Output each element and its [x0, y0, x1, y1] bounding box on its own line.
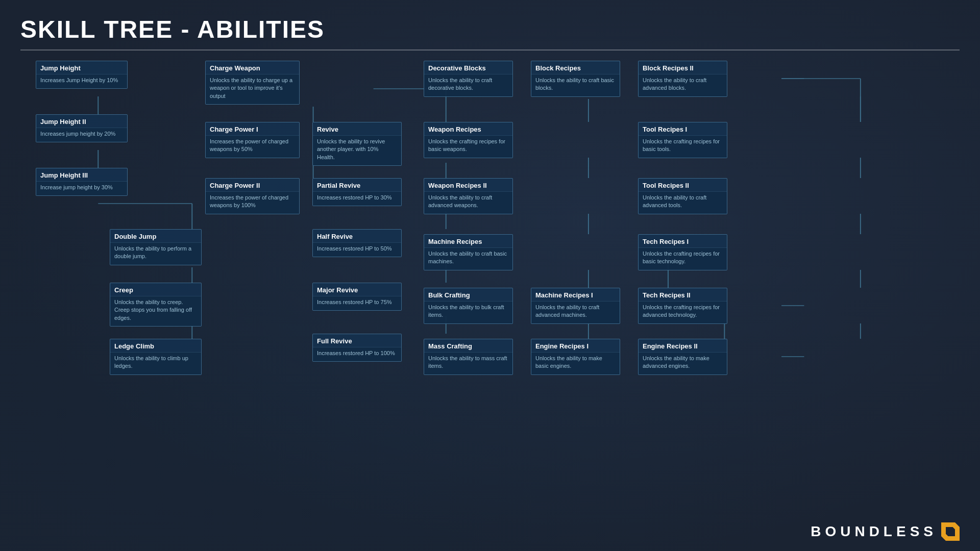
node-full-revive-title: Full Revive	[313, 334, 401, 347]
node-charge-weapon: Charge Weapon Unlocks the ability to cha…	[205, 61, 300, 105]
node-bulk-crafting-desc: Unlocks the ability to bulk craft items.	[424, 301, 512, 323]
node-tool-recipes-1-title: Tool Recipes I	[639, 122, 727, 135]
node-engine-recipes-1-desc: Unlocks the ability to make basic engine…	[531, 352, 620, 374]
node-creep-title: Creep	[110, 283, 201, 296]
node-creep: Creep Unlocks the ability to creep. Cree…	[110, 283, 202, 327]
node-weapon-recipes-desc: Unlocks the crafting recipes for basic w…	[424, 135, 512, 158]
node-charge-power-1: Charge Power I Increases the power of ch…	[205, 122, 300, 158]
brand-icon	[941, 522, 960, 541]
node-creep-desc: Unlocks the ability to creep. Creep stop…	[110, 296, 201, 326]
node-jump-height-3: Jump Height III Increase jump height by …	[36, 168, 128, 196]
skill-tree-area: Jump Height Increases Jump Height by 10%…	[20, 61, 960, 510]
node-block-recipes-2-title: Block Recipes II	[639, 61, 727, 74]
node-weapon-recipes-2-desc: Unlocks the ability to craft advanced we…	[424, 191, 512, 214]
node-tool-recipes-2: Tool Recipes II Unlocks the ability to c…	[638, 178, 727, 214]
node-jump-height-2-desc: Increases jump height by 20%	[36, 128, 127, 142]
node-partial-revive: Partial Revive Increases restored HP to …	[312, 178, 402, 206]
node-mass-crafting: Mass Crafting Unlocks the ability to mas…	[424, 339, 513, 375]
node-bulk-crafting-title: Bulk Crafting	[424, 288, 512, 301]
node-revive-title: Revive	[313, 122, 401, 135]
node-block-recipes-desc: Unlocks the ability to craft basic block…	[531, 74, 620, 96]
node-decorative-blocks-desc: Unlocks the ability to craft decorative …	[424, 74, 512, 96]
node-jump-height-2: Jump Height II Increases jump height by …	[36, 114, 128, 142]
node-revive: Revive Unlocks the ability to revive ano…	[312, 122, 402, 166]
node-half-revive: Half Revive Increases restored HP to 50%	[312, 229, 402, 257]
node-block-recipes: Block Recipes Unlocks the ability to cra…	[531, 61, 620, 97]
node-tool-recipes-1-desc: Unlocks the crafting recipes for basic t…	[639, 135, 727, 158]
node-charge-power-1-title: Charge Power I	[206, 122, 299, 135]
node-decorative-blocks-title: Decorative Blocks	[424, 61, 512, 74]
node-machine-recipes-desc: Unlocks the ability to craft basic machi…	[424, 247, 512, 270]
node-weapon-recipes-2-title: Weapon Recipes II	[424, 179, 512, 191]
brand-name: BOUNDLESS	[811, 523, 937, 540]
node-engine-recipes-2: Engine Recipes II Unlocks the ability to…	[638, 339, 727, 375]
node-full-revive: Full Revive Increases restored HP to 100…	[312, 334, 402, 362]
node-ledge-climb-title: Ledge Climb	[110, 339, 201, 352]
node-mass-crafting-title: Mass Crafting	[424, 339, 512, 352]
node-tech-recipes-2: Tech Recipes II Unlocks the crafting rec…	[638, 288, 727, 324]
node-double-jump: Double Jump Unlocks the ability to perfo…	[110, 229, 202, 265]
node-major-revive-title: Major Revive	[313, 283, 401, 296]
node-tech-recipes-1-title: Tech Recipes I	[639, 235, 727, 247]
node-block-recipes-2: Block Recipes II Unlocks the ability to …	[638, 61, 727, 97]
node-bulk-crafting: Bulk Crafting Unlocks the ability to bul…	[424, 288, 513, 324]
node-revive-desc: Unlocks the ability to revive another pl…	[313, 135, 401, 165]
node-engine-recipes-2-desc: Unlocks the ability to make advanced eng…	[639, 352, 727, 374]
node-ledge-climb-desc: Unlocks the ability to climb up ledges.	[110, 352, 201, 374]
brand-icon-inner	[946, 527, 955, 536]
node-machine-recipes-1: Machine Recipes I Unlocks the ability to…	[531, 288, 620, 324]
node-tool-recipes-1: Tool Recipes I Unlocks the crafting reci…	[638, 122, 727, 158]
node-tool-recipes-2-desc: Unlocks the ability to craft advanced to…	[639, 191, 727, 214]
node-partial-revive-desc: Increases restored HP to 30%	[313, 191, 401, 206]
brand-logo: BOUNDLESS	[811, 522, 960, 541]
node-block-recipes-title: Block Recipes	[531, 61, 620, 74]
node-charge-power-2-desc: Increases the power of charged weapons b…	[206, 191, 299, 214]
node-double-jump-title: Double Jump	[110, 230, 201, 242]
node-engine-recipes-2-title: Engine Recipes II	[639, 339, 727, 352]
node-charge-power-1-desc: Increases the power of charged weapons b…	[206, 135, 299, 158]
node-jump-height-3-title: Jump Height III	[36, 168, 127, 181]
node-half-revive-title: Half Revive	[313, 230, 401, 242]
node-tech-recipes-2-title: Tech Recipes II	[639, 288, 727, 301]
node-engine-recipes-1: Engine Recipes I Unlocks the ability to …	[531, 339, 620, 375]
node-double-jump-desc: Unlocks the ability to perform a double …	[110, 242, 201, 265]
node-ledge-climb: Ledge Climb Unlocks the ability to climb…	[110, 339, 202, 375]
node-jump-height: Jump Height Increases Jump Height by 10%	[36, 61, 128, 89]
title-divider	[20, 49, 960, 51]
node-weapon-recipes: Weapon Recipes Unlocks the crafting reci…	[424, 122, 513, 158]
node-jump-height-title: Jump Height	[36, 61, 127, 74]
node-partial-revive-title: Partial Revive	[313, 179, 401, 191]
node-tech-recipes-2-desc: Unlocks the crafting recipes for advance…	[639, 301, 727, 323]
page-title: SKILL TREE - ABILITIES	[20, 15, 960, 43]
node-charge-power-2-title: Charge Power II	[206, 179, 299, 191]
node-charge-power-2: Charge Power II Increases the power of c…	[205, 178, 300, 214]
node-major-revive: Major Revive Increases restored HP to 75…	[312, 283, 402, 311]
page-container: SKILL TREE - ABILITIES	[0, 0, 980, 551]
node-block-recipes-2-desc: Unlocks the ability to craft advanced bl…	[639, 74, 727, 96]
node-machine-recipes: Machine Recipes Unlocks the ability to c…	[424, 234, 513, 270]
node-charge-weapon-title: Charge Weapon	[206, 61, 299, 74]
node-machine-recipes-1-title: Machine Recipes I	[531, 288, 620, 301]
node-machine-recipes-title: Machine Recipes	[424, 235, 512, 247]
node-charge-weapon-desc: Unlocks the ability to charge up a weapo…	[206, 74, 299, 104]
node-tech-recipes-1-desc: Unlocks the crafting recipes for basic t…	[639, 247, 727, 270]
node-engine-recipes-1-title: Engine Recipes I	[531, 339, 620, 352]
node-weapon-recipes-2: Weapon Recipes II Unlocks the ability to…	[424, 178, 513, 214]
node-machine-recipes-1-desc: Unlocks the ability to craft advanced ma…	[531, 301, 620, 323]
node-tool-recipes-2-title: Tool Recipes II	[639, 179, 727, 191]
node-weapon-recipes-title: Weapon Recipes	[424, 122, 512, 135]
node-major-revive-desc: Increases restored HP to 75%	[313, 296, 401, 310]
node-jump-height-3-desc: Increase jump height by 30%	[36, 181, 127, 195]
node-jump-height-2-title: Jump Height II	[36, 115, 127, 128]
node-mass-crafting-desc: Unlocks the ability to mass craft items.	[424, 352, 512, 374]
node-jump-height-desc: Increases Jump Height by 10%	[36, 74, 127, 88]
node-tech-recipes-1: Tech Recipes I Unlocks the crafting reci…	[638, 234, 727, 270]
node-half-revive-desc: Increases restored HP to 50%	[313, 242, 401, 257]
node-full-revive-desc: Increases restored HP to 100%	[313, 347, 401, 361]
node-decorative-blocks: Decorative Blocks Unlocks the ability to…	[424, 61, 513, 97]
